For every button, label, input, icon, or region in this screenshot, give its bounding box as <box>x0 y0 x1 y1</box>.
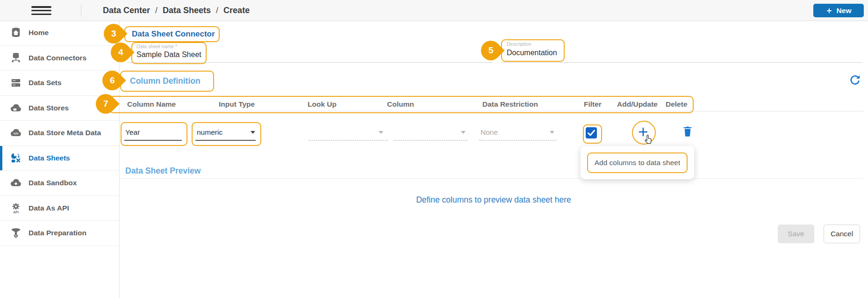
sidebar-item-data-connectors[interactable]: Data Connectors <box>0 46 119 71</box>
column-header-add-update: Add/Update <box>617 100 658 109</box>
chevron-down-icon <box>379 131 383 134</box>
data-restriction-select-value: None <box>481 128 498 137</box>
column-header-column-name: Column Name <box>127 100 176 109</box>
sidebar-item-home[interactable]: Home <box>0 21 119 46</box>
description-label: Description <box>507 41 531 47</box>
table-header-divider <box>119 111 864 111</box>
breadcrumb: Data Center / Data Sheets / Create <box>103 0 250 21</box>
svg-text:API: API <box>13 210 19 213</box>
save-button[interactable]: Save <box>778 225 814 243</box>
section-divider <box>119 178 864 179</box>
plus-icon <box>826 7 832 14</box>
topbar-divider <box>81 4 81 16</box>
annotation-box-tooltip-text: Add columns to data sheet <box>587 153 688 173</box>
data-sheets-create-page: { "colors": { "accent_orange": "#F0A30A"… <box>0 0 868 298</box>
data-sheet-name-value: Sample Data Sheet <box>136 51 201 59</box>
sidebar: Home Data Connectors Data Sets Data Stor… <box>0 21 120 298</box>
sidebar-item-data-preparation[interactable]: Data Preparation <box>0 221 119 246</box>
home-database-icon <box>10 27 22 39</box>
breadcrumb-item-data-sheets[interactable]: Data Sheets <box>163 6 211 15</box>
data-store-meta-data-icon: </> <box>10 127 22 139</box>
delete-row-button[interactable] <box>681 124 694 138</box>
breadcrumb-separator: / <box>155 6 158 15</box>
breadcrumb-item-data-center[interactable]: Data Center <box>103 6 150 15</box>
column-header-look-up: Look Up <box>308 100 337 109</box>
chevron-down-icon <box>550 131 554 134</box>
sidebar-item-label: Data As API <box>29 204 69 212</box>
column-header-input-type: Input Type <box>219 100 255 109</box>
section-title-data-sheet-connector: Data Sheet Connector <box>132 29 215 39</box>
sidebar-item-label: Data Sandbox <box>29 179 77 187</box>
preview-empty-message: Define columns to preview data sheet her… <box>119 195 868 205</box>
data-sandbox-icon <box>10 177 22 189</box>
top-bar: Data Center / Data Sheets / Create New <box>0 0 868 21</box>
breadcrumb-separator: / <box>216 6 218 15</box>
sidebar-item-data-sandbox[interactable]: Data Sandbox <box>0 171 119 196</box>
column-header-filter: Filter <box>584 100 602 109</box>
trash-icon <box>681 124 694 138</box>
look-up-select[interactable] <box>308 139 388 141</box>
sidebar-item-data-sheets[interactable]: Data Sheets <box>0 146 119 171</box>
column-name-input-value: Year <box>125 128 140 137</box>
svg-text:</>: </> <box>14 131 19 136</box>
input-underline <box>124 140 182 141</box>
sidebar-item-data-as-api[interactable]: API Data As API <box>0 196 119 221</box>
new-button[interactable]: New <box>813 4 864 17</box>
data-sheet-name-label: Data sheet name * <box>136 44 177 49</box>
column-header-delete: Delete <box>666 100 688 109</box>
input-underline <box>195 140 256 141</box>
hand-cursor-icon <box>644 134 654 145</box>
refresh-icon[interactable] <box>848 74 861 87</box>
sidebar-item-label: Data Preparation <box>29 229 86 237</box>
data-as-api-icon: API <box>10 202 22 214</box>
cancel-button[interactable]: Cancel <box>824 225 860 243</box>
field-underline <box>501 62 862 63</box>
description-value: Documentation <box>507 49 557 57</box>
field-underline <box>127 62 493 63</box>
sidebar-item-label: Data Sets <box>29 79 62 87</box>
sidebar-item-label: Data Sheets <box>29 154 70 162</box>
filter-checkbox[interactable] <box>586 127 597 138</box>
breadcrumb-item-create: Create <box>223 6 250 15</box>
column-header-column: Column <box>387 100 414 109</box>
sidebar-item-label: Data Stores <box>29 104 69 112</box>
data-preparation-icon <box>10 227 22 239</box>
input-type-select-value: numeric <box>197 128 222 137</box>
data-sheets-icon <box>10 152 22 164</box>
chevron-down-icon <box>461 131 466 134</box>
column-header-data-restriction: Data Restriction <box>482 100 538 109</box>
data-stores-icon <box>10 102 22 114</box>
section-title-column-definition: Column Definition <box>130 76 201 86</box>
column-select[interactable] <box>394 139 467 141</box>
sidebar-item-data-store-meta-data[interactable]: </> Data Store Meta Data <box>0 121 119 146</box>
sidebar-item-label: Data Store Meta Data <box>29 129 101 137</box>
tooltip-add-columns: Add columns to data sheet <box>581 146 694 179</box>
new-button-label: New <box>837 7 852 15</box>
data-restriction-select[interactable] <box>479 139 556 141</box>
chevron-down-icon <box>251 131 255 134</box>
sidebar-item-data-sets[interactable]: Data Sets <box>0 71 119 96</box>
sidebar-item-label: Data Connectors <box>29 54 86 62</box>
sidebar-item-label: Home <box>29 29 49 37</box>
data-connectors-icon <box>10 52 22 64</box>
menu-icon[interactable] <box>31 6 51 15</box>
data-sets-icon <box>10 77 22 89</box>
section-title-data-sheet-preview: Data Sheet Preview <box>125 166 201 176</box>
